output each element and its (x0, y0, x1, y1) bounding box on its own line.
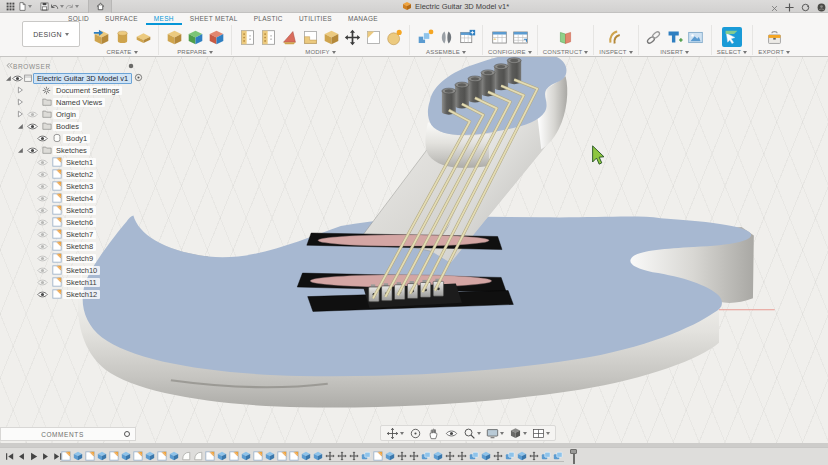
visibility-eye-icon[interactable] (35, 181, 50, 192)
browser-item-sketch11[interactable]: Sketch11 (2, 276, 138, 288)
visibility-eye-icon[interactable] (25, 121, 40, 132)
tab-solid[interactable]: SOLID (60, 13, 97, 25)
erase-fill-icon[interactable] (279, 27, 299, 47)
step-forward-button[interactable] (40, 451, 50, 462)
browser-item-label[interactable]: Electric Guitar 3D Model v1 (33, 73, 132, 84)
browser-item-label[interactable]: Sketch8 (63, 242, 96, 251)
browser-item-label[interactable]: Origin (53, 110, 79, 119)
visibility-eye-icon[interactable] (35, 241, 50, 252)
extrude-feature[interactable] (120, 450, 132, 462)
browser-item-label[interactable]: Sketches (53, 146, 90, 155)
group-label-select[interactable]: SELECT (717, 49, 748, 55)
browser-item-label[interactable]: Sketch11 (63, 278, 100, 287)
tab-surface[interactable]: SURFACE (97, 13, 146, 25)
browser-item-sketch3[interactable]: Sketch3 (2, 180, 138, 192)
insert-canvas-icon[interactable] (665, 27, 685, 47)
redo-icon[interactable] (65, 0, 79, 13)
visibility-eye-icon[interactable] (35, 229, 50, 240)
visibility-eye-icon[interactable] (35, 217, 50, 228)
group-label-create[interactable]: CREATE (106, 49, 137, 55)
tab-utilities[interactable]: UTILITIES (291, 13, 340, 25)
visibility-eye-icon[interactable] (35, 277, 50, 288)
sketch-feature[interactable] (288, 450, 300, 462)
browser-item-sketch4[interactable]: Sketch4 (2, 192, 138, 204)
expander-icon[interactable] (4, 74, 12, 82)
group-label-insert[interactable]: INSERT (660, 49, 689, 55)
bend-icon[interactable] (258, 27, 278, 47)
sketch-feature[interactable] (84, 450, 96, 462)
sketch-feature[interactable] (228, 450, 240, 462)
remesh-icon[interactable] (185, 27, 205, 47)
browser-item-sketch12[interactable]: Sketch12 (2, 288, 138, 300)
save-icon[interactable] (37, 0, 51, 13)
browser-item-label[interactable]: Sketch12 (63, 290, 100, 299)
browser-item-label[interactable]: Bodies (53, 122, 82, 131)
combine-feature[interactable] (360, 450, 372, 462)
move-feature[interactable] (324, 450, 336, 462)
insert-image-icon[interactable] (686, 27, 706, 47)
visibility-eye-icon[interactable] (35, 253, 50, 264)
browser-item-label[interactable]: Sketch6 (63, 218, 96, 227)
combine-feature[interactable] (420, 450, 432, 462)
sketch-feature[interactable] (60, 450, 72, 462)
form-feature[interactable] (192, 450, 204, 462)
sketch-feature[interactable] (156, 450, 168, 462)
visibility-eye-icon[interactable] (12, 73, 23, 84)
flange-icon[interactable] (237, 27, 257, 47)
visibility-eye-icon[interactable] (25, 145, 40, 156)
visibility-eye-icon[interactable] (35, 265, 50, 276)
orbit-icon[interactable] (407, 426, 424, 440)
theme-table-icon[interactable] (510, 27, 530, 47)
form-feature[interactable] (180, 450, 192, 462)
file-icon[interactable] (18, 0, 32, 13)
extrude-feature[interactable] (240, 450, 252, 462)
extrude-feature[interactable] (384, 450, 396, 462)
move-feature[interactable] (444, 450, 456, 462)
merge-face-icon[interactable] (363, 27, 383, 47)
expander-icon[interactable] (14, 110, 25, 118)
extrude-feature[interactable] (300, 450, 312, 462)
visibility-eye-icon[interactable] (35, 193, 50, 204)
extrude-feature[interactable] (216, 450, 228, 462)
browser-item-label[interactable]: Sketch7 (63, 230, 96, 239)
visibility-eye-icon[interactable] (35, 289, 50, 300)
extrude-feature[interactable] (480, 450, 492, 462)
browser-item-label[interactable]: Sketch3 (63, 182, 96, 191)
browser-item-label[interactable]: Named Views (53, 98, 105, 107)
plane-cut-icon[interactable] (300, 27, 320, 47)
group-label-prepare[interactable]: PREPARE (177, 49, 213, 55)
move-feature[interactable] (336, 450, 348, 462)
insert-derive-icon[interactable] (644, 27, 664, 47)
hand-pan-icon[interactable] (425, 426, 442, 440)
browser-item-document-settings[interactable]: Document Settings (2, 84, 138, 96)
browser-item-sketch5[interactable]: Sketch5 (2, 204, 138, 216)
tab-plastic[interactable]: PLASTIC (246, 13, 291, 25)
sketch-feature[interactable] (132, 450, 144, 462)
tab-manage[interactable]: MANAGE (340, 13, 386, 25)
go-to-start-button[interactable] (4, 451, 14, 462)
extrude-feature[interactable] (72, 450, 84, 462)
browser-item-label[interactable]: Sketch2 (63, 170, 96, 179)
collapse-panel-icon[interactable] (6, 62, 13, 70)
extrude-feature[interactable] (516, 450, 528, 462)
move-feature[interactable] (408, 450, 420, 462)
visibility-eye-icon[interactable] (35, 169, 50, 180)
insert-mesh-icon[interactable] (91, 27, 111, 47)
configuration-table-icon[interactable] (489, 27, 509, 47)
combine-feature[interactable] (468, 450, 480, 462)
browser-item-sketch2[interactable]: Sketch2 (2, 168, 138, 180)
comments-bar[interactable]: COMMENTS (0, 427, 136, 441)
browser-item-bodies[interactable]: Bodies (2, 120, 138, 132)
group-label-assemble[interactable]: ASSEMBLE (426, 49, 466, 55)
expander-icon[interactable] (14, 86, 25, 94)
undo-icon[interactable] (50, 0, 64, 13)
create-flat-icon[interactable] (133, 27, 153, 47)
browser-item-label[interactable]: Body1 (63, 134, 90, 143)
browser-item-sketch6[interactable]: Sketch6 (2, 216, 138, 228)
visibility-eye-icon[interactable] (25, 109, 40, 120)
pan-icon[interactable] (384, 426, 406, 440)
combine-feature[interactable] (504, 450, 516, 462)
browser-item-sketches[interactable]: Sketches (2, 144, 138, 156)
sketch-feature[interactable] (108, 450, 120, 462)
browser-item-origin[interactable]: Origin (2, 108, 138, 120)
